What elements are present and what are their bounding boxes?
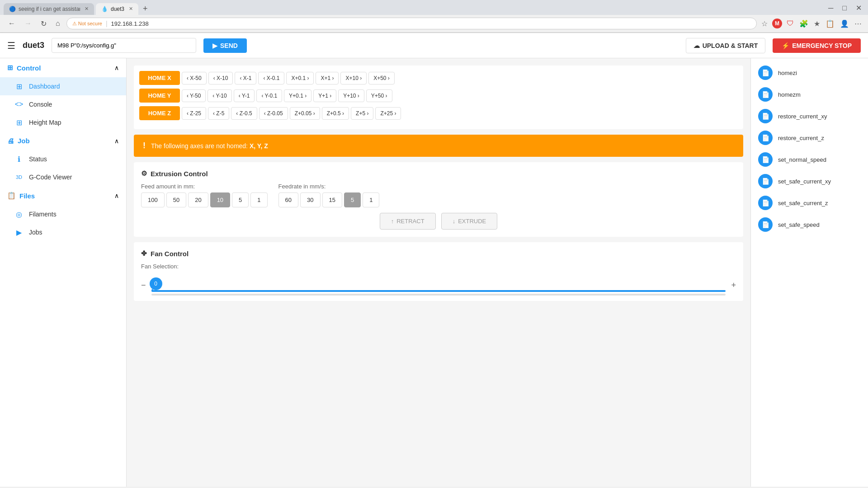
menu-icon[interactable]: ☰ bbox=[7, 40, 15, 51]
x-minus-1[interactable]: ‹ X-1 bbox=[235, 72, 256, 84]
feed-50[interactable]: 50 bbox=[166, 192, 186, 207]
sidebar-job-header[interactable]: 🖨 Job ∧ bbox=[0, 131, 126, 150]
control-chevron-icon: ∧ bbox=[114, 64, 119, 71]
feedrate-30[interactable]: 30 bbox=[300, 192, 320, 207]
x-minus-01[interactable]: ‹ X-0.1 bbox=[258, 72, 284, 84]
feedrate-5[interactable]: 5 bbox=[344, 192, 361, 207]
file-set-normal-speed[interactable]: 📄 set_normal_speed bbox=[751, 149, 868, 170]
sidebar-item-dashboard[interactable]: ⊞ Dashboard bbox=[0, 77, 126, 95]
z-minus-25[interactable]: ‹ Z-25 bbox=[182, 107, 206, 120]
slider-tooltip-bubble: 0 bbox=[150, 277, 162, 290]
sidebar-control-header[interactable]: ⊞ Control ∧ bbox=[0, 58, 126, 77]
maximize-button[interactable]: □ bbox=[840, 3, 849, 13]
new-tab-button[interactable]: + bbox=[140, 3, 151, 14]
address-text: 192.168.1.238 bbox=[111, 20, 149, 27]
job-chevron-icon: ∧ bbox=[114, 137, 119, 145]
x-plus-50[interactable]: X+50 › bbox=[368, 72, 395, 84]
browser-tab-2[interactable]: 💧 duet3 ✕ bbox=[96, 3, 138, 15]
x-plus-1[interactable]: X+1 › bbox=[316, 72, 339, 84]
x-minus-10[interactable]: ‹ X-10 bbox=[208, 72, 233, 84]
home-x-button[interactable]: HOME X bbox=[139, 71, 180, 85]
y-minus-01[interactable]: ‹ Y-0.1 bbox=[256, 89, 282, 102]
feed-10[interactable]: 10 bbox=[210, 192, 230, 207]
z-plus-005[interactable]: Z+0.05 › bbox=[290, 107, 320, 120]
feed-1[interactable]: 1 bbox=[250, 192, 267, 207]
emergency-stop-button[interactable]: ⚡ EMERGENCY STOP bbox=[773, 38, 861, 53]
upload-start-button[interactable]: ☁ UPLOAD & START bbox=[686, 38, 766, 53]
sidebar-item-heightmap[interactable]: ⊞ Height Map bbox=[0, 113, 126, 131]
y-plus-50[interactable]: Y+50 › bbox=[366, 89, 392, 102]
file-restore-z[interactable]: 📄 restore_current_z bbox=[751, 127, 868, 149]
feedrate-60[interactable]: 60 bbox=[278, 192, 298, 207]
slider-minus-icon[interactable]: − bbox=[141, 281, 146, 290]
m-icon[interactable]: M bbox=[772, 19, 782, 28]
file-set-safe-z[interactable]: 📄 set_safe_current_z bbox=[751, 192, 868, 214]
sidebar-files-header[interactable]: 📋 Files ∧ bbox=[0, 186, 126, 205]
security-warning: ⚠ Not secure bbox=[72, 21, 102, 27]
z-minus-05[interactable]: ‹ Z-0.5 bbox=[231, 107, 257, 120]
home-z-button[interactable]: HOME Z bbox=[139, 106, 180, 120]
z-plus-25[interactable]: Z+25 › bbox=[375, 107, 401, 120]
y-plus-10[interactable]: Y+10 › bbox=[338, 89, 364, 102]
sidebar-item-gcode-viewer[interactable]: 3D G-Code Viewer bbox=[0, 168, 126, 186]
y-plus-01[interactable]: Y+0.1 › bbox=[284, 89, 311, 102]
files-section-title: 📋 Files bbox=[7, 192, 35, 200]
browser-tab-1[interactable]: 🔵 seeing if i can get assistance wit... … bbox=[4, 3, 94, 15]
z-plus-05[interactable]: Z+0.5 › bbox=[322, 107, 349, 120]
sidebar-item-status[interactable]: ℹ Status bbox=[0, 150, 126, 168]
y-minus-50[interactable]: ‹ Y-50 bbox=[182, 89, 206, 102]
home-y-button[interactable]: HOME Y bbox=[139, 89, 180, 103]
send-button[interactable]: ▶ SEND bbox=[203, 38, 247, 53]
more-options[interactable]: ⋯ bbox=[854, 19, 863, 29]
feedrate-15[interactable]: 15 bbox=[322, 192, 342, 207]
y-minus-10[interactable]: ‹ Y-10 bbox=[208, 89, 231, 102]
file-homezi[interactable]: 📄 homezi bbox=[751, 62, 868, 84]
gcode-input[interactable] bbox=[52, 38, 196, 53]
feed-100[interactable]: 100 bbox=[141, 192, 165, 207]
app-header: ☰ duet3 ▶ SEND ☁ UPLOAD & START ⚡ EMERGE… bbox=[0, 33, 868, 58]
extrusion-section: ⚙ Extrusion Control Feed amount in mm: 1… bbox=[134, 162, 743, 237]
z-plus-5[interactable]: Z+5 › bbox=[351, 107, 373, 120]
sidebar-item-filaments[interactable]: ◎ Filaments bbox=[0, 205, 126, 223]
home-button[interactable]: ⌂ bbox=[53, 19, 63, 28]
file-homezm[interactable]: 📄 homezm bbox=[751, 84, 868, 105]
favorites-icon[interactable]: ★ bbox=[813, 19, 821, 29]
extrude-button[interactable]: ↓ EXTRUDE bbox=[441, 213, 498, 230]
feed-20[interactable]: 20 bbox=[188, 192, 208, 207]
back-button[interactable]: ← bbox=[5, 19, 18, 28]
address-bar[interactable]: ⚠ Not secure | 192.168.1.238 bbox=[66, 18, 757, 29]
y-plus-1[interactable]: Y+1 › bbox=[313, 89, 336, 102]
z-minus-005[interactable]: ‹ Z-0.05 bbox=[259, 107, 288, 120]
lightning-icon: ⚡ bbox=[782, 42, 789, 49]
tab1-close[interactable]: ✕ bbox=[85, 6, 89, 12]
extensions-icon[interactable]: 🧩 bbox=[798, 19, 809, 29]
file-restore-xy[interactable]: 📄 restore_current_xy bbox=[751, 105, 868, 127]
shield-icon[interactable]: 🛡 bbox=[786, 19, 795, 28]
minimize-button[interactable]: ─ bbox=[826, 3, 836, 13]
x-plus-01[interactable]: X+0.1 › bbox=[286, 72, 314, 84]
z-minus-5[interactable]: ‹ Z-5 bbox=[208, 107, 229, 120]
x-minus-50[interactable]: ‹ X-50 bbox=[182, 72, 207, 84]
slider-wrapper[interactable]: 0 bbox=[151, 283, 726, 288]
feed-5[interactable]: 5 bbox=[232, 192, 249, 207]
print-icon: 🖨 bbox=[7, 137, 14, 145]
profile-icon[interactable]: 👤 bbox=[839, 19, 850, 29]
close-button[interactable]: ✕ bbox=[853, 3, 864, 13]
file-icon-restore-xy: 📄 bbox=[758, 109, 773, 123]
file-set-safe-speed[interactable]: 📄 set_safe_speed bbox=[751, 214, 868, 235]
up-arrow-icon: ↑ bbox=[391, 218, 394, 225]
forward-button[interactable]: → bbox=[22, 19, 34, 28]
sidebar-item-jobs[interactable]: ▶ Jobs bbox=[0, 223, 126, 241]
file-icon-set-normal: 📄 bbox=[758, 152, 773, 167]
collections-icon[interactable]: 📋 bbox=[825, 19, 835, 29]
bookmark-star[interactable]: ☆ bbox=[760, 19, 769, 29]
y-minus-1[interactable]: ‹ Y-1 bbox=[234, 89, 255, 102]
sidebar-item-console[interactable]: <> Console bbox=[0, 95, 126, 113]
feedrate-1[interactable]: 1 bbox=[363, 192, 379, 207]
slider-plus-icon[interactable]: + bbox=[731, 281, 736, 290]
file-set-safe-xy[interactable]: 📄 set_safe_current_xy bbox=[751, 170, 868, 192]
refresh-button[interactable]: ↻ bbox=[38, 19, 49, 29]
x-plus-10[interactable]: X+10 › bbox=[340, 72, 367, 84]
retract-button[interactable]: ↑ RETRACT bbox=[380, 213, 436, 230]
tab2-close[interactable]: ✕ bbox=[129, 6, 133, 12]
